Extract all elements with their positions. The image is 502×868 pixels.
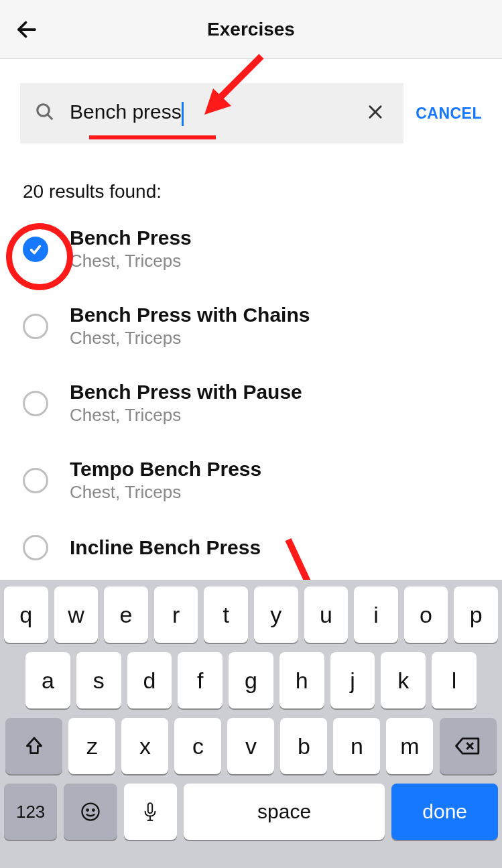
exercise-name: Bench Press — [70, 227, 192, 249]
shift-icon — [23, 735, 45, 757]
list-item[interactable]: Bench Press with ChainsChest, Triceps — [23, 289, 479, 366]
page-title: Exercises — [0, 19, 502, 40]
annotation-circle — [6, 223, 73, 290]
space-key[interactable]: space — [184, 784, 385, 840]
svg-rect-14 — [148, 803, 152, 813]
key-p[interactable]: p — [454, 586, 498, 643]
svg-point-1 — [38, 105, 50, 117]
list-item[interactable]: Bench Press with PauseChest, Triceps — [23, 366, 479, 443]
key-z[interactable]: z — [68, 718, 115, 774]
key-e[interactable]: e — [104, 586, 148, 643]
search-input[interactable]: Bench press — [70, 101, 362, 125]
exercise-muscles: Chest, Triceps — [70, 482, 261, 503]
key-r[interactable]: r — [154, 586, 198, 643]
radio-button[interactable] — [23, 314, 48, 339]
key-m[interactable]: m — [386, 718, 433, 774]
key-x[interactable]: x — [121, 718, 168, 774]
arrow-left-icon — [15, 17, 39, 42]
results-count: 20 results found: — [0, 150, 502, 208]
key-y[interactable]: y — [254, 586, 298, 643]
item-text: Bench PressChest, Triceps — [70, 227, 192, 271]
emoji-key[interactable] — [64, 784, 117, 840]
list-item[interactable]: Incline Bench Press — [23, 520, 479, 578]
cancel-button[interactable]: CANCEL — [416, 105, 482, 123]
header-bar: Exercises — [0, 0, 502, 59]
mic-key[interactable] — [124, 784, 177, 840]
key-f[interactable]: f — [178, 652, 223, 708]
close-icon — [366, 103, 385, 121]
key-j[interactable]: j — [330, 652, 375, 708]
exercise-name: Incline Bench Press — [70, 536, 261, 559]
backspace-icon — [455, 736, 481, 756]
key-b[interactable]: b — [280, 718, 327, 774]
key-t[interactable]: t — [204, 586, 248, 643]
key-l[interactable]: l — [432, 652, 477, 708]
item-text: Bench Press with ChainsChest, Triceps — [70, 304, 310, 349]
key-g[interactable]: g — [229, 652, 273, 708]
item-text: Tempo Bench PressChest, Triceps — [70, 458, 261, 503]
key-a[interactable]: a — [25, 652, 70, 708]
search-box[interactable]: Bench press — [20, 83, 403, 143]
exercise-muscles: Chest, Triceps — [70, 405, 302, 426]
exercise-name: Bench Press with Pause — [70, 381, 302, 404]
search-row: Bench press CANCEL — [0, 59, 502, 150]
backspace-key[interactable] — [440, 718, 497, 774]
svg-point-12 — [86, 809, 88, 811]
svg-line-2 — [48, 115, 53, 120]
numeric-key[interactable]: 123 — [4, 784, 57, 840]
mic-icon — [141, 802, 159, 822]
search-icon — [35, 102, 55, 125]
key-k[interactable]: k — [381, 652, 426, 708]
key-q[interactable]: q — [4, 586, 48, 643]
item-text: Bench Press with PauseChest, Triceps — [70, 381, 302, 426]
text-cursor — [182, 102, 184, 126]
svg-point-11 — [82, 804, 99, 820]
back-button[interactable] — [12, 15, 42, 44]
key-i[interactable]: i — [354, 586, 398, 643]
key-w[interactable]: w — [54, 586, 99, 643]
done-key[interactable]: done — [391, 784, 498, 840]
keyboard: qwertyuiop asdfghjkl zxcvbnm 123 space d… — [0, 580, 502, 868]
key-v[interactable]: v — [227, 718, 274, 774]
key-n[interactable]: n — [333, 718, 380, 774]
exercise-muscles: Chest, Triceps — [70, 328, 310, 349]
list-item[interactable]: Bench PressChest, Triceps — [23, 212, 479, 289]
key-d[interactable]: d — [127, 652, 172, 708]
radio-button[interactable] — [23, 391, 48, 416]
key-h[interactable]: h — [279, 652, 324, 708]
key-u[interactable]: u — [304, 586, 349, 643]
key-c[interactable]: c — [174, 718, 221, 774]
results-list: Bench PressChest, TricepsBench Press wit… — [0, 208, 502, 578]
key-o[interactable]: o — [404, 586, 448, 643]
annotation-underline — [89, 135, 216, 139]
radio-button[interactable] — [23, 535, 48, 560]
list-item[interactable]: Tempo Bench PressChest, Triceps — [23, 443, 479, 520]
svg-point-13 — [92, 809, 95, 811]
shift-key[interactable] — [5, 718, 62, 774]
item-text: Incline Bench Press — [70, 536, 261, 559]
exercise-name: Tempo Bench Press — [70, 458, 261, 481]
exercise-muscles: Chest, Triceps — [70, 251, 192, 271]
radio-button[interactable] — [23, 468, 48, 493]
exercise-name: Bench Press with Chains — [70, 304, 310, 326]
emoji-icon — [80, 802, 101, 822]
clear-button[interactable] — [362, 99, 389, 128]
key-s[interactable]: s — [76, 652, 121, 708]
